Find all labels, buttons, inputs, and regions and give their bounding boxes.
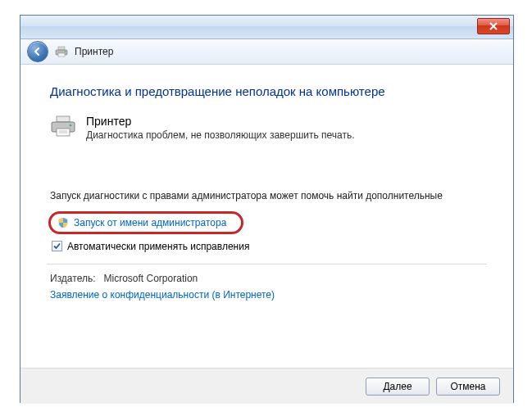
printer-section: Принтер Диагностика проблем, не позволяю…: [50, 115, 484, 141]
svg-rect-2: [58, 53, 65, 57]
titlebar: [20, 16, 513, 39]
svg-point-3: [65, 51, 66, 52]
diagnostic-hint: Запуск диагностики с правами администрат…: [50, 190, 484, 203]
close-icon: [489, 22, 498, 30]
svg-rect-6: [57, 129, 70, 136]
checkmark-icon: [53, 242, 61, 250]
printer-icon: [50, 115, 76, 138]
svg-rect-0: [58, 47, 65, 50]
auto-apply-checkbox[interactable]: [52, 241, 62, 251]
troubleshooter-window: Принтер Диагностика и предотвращение неп…: [20, 15, 514, 403]
next-button[interactable]: Далее: [366, 378, 430, 396]
divider: [47, 264, 487, 265]
navbar: Принтер: [20, 39, 513, 65]
auto-apply-label: Автоматически применять исправления: [67, 241, 249, 252]
publisher-label: Издатель:: [50, 273, 96, 284]
privacy-statement-link[interactable]: Заявление о конфиденциальности (в Интерн…: [50, 289, 484, 301]
publisher-value: Microsoft Corporation: [104, 273, 198, 284]
back-button[interactable]: [27, 41, 48, 62]
admin-run-highlight: Запуск от имени администратора: [48, 211, 243, 234]
svg-point-7: [70, 124, 72, 127]
printer-icon: [55, 46, 68, 57]
close-button[interactable]: [477, 18, 510, 34]
cancel-button[interactable]: Отмена: [436, 378, 500, 396]
footer: Далее Отмена: [20, 368, 513, 404]
publisher-row: Издатель: Microsoft Corporation: [50, 273, 484, 284]
printer-heading: Принтер: [86, 115, 355, 128]
shield-icon: [57, 217, 69, 228]
page-title: Диагностика и предотвращение неполадок н…: [50, 84, 484, 98]
run-as-admin-link[interactable]: Запуск от имени администратора: [74, 217, 226, 228]
svg-rect-4: [57, 116, 70, 122]
printer-description: Диагностика проблем, не позволяющих заве…: [86, 129, 355, 141]
auto-apply-row: Автоматически применять исправления: [52, 241, 484, 252]
back-arrow-icon: [33, 47, 43, 57]
content-area: Диагностика и предотвращение неполадок н…: [20, 65, 513, 368]
nav-title: Принтер: [75, 46, 113, 57]
